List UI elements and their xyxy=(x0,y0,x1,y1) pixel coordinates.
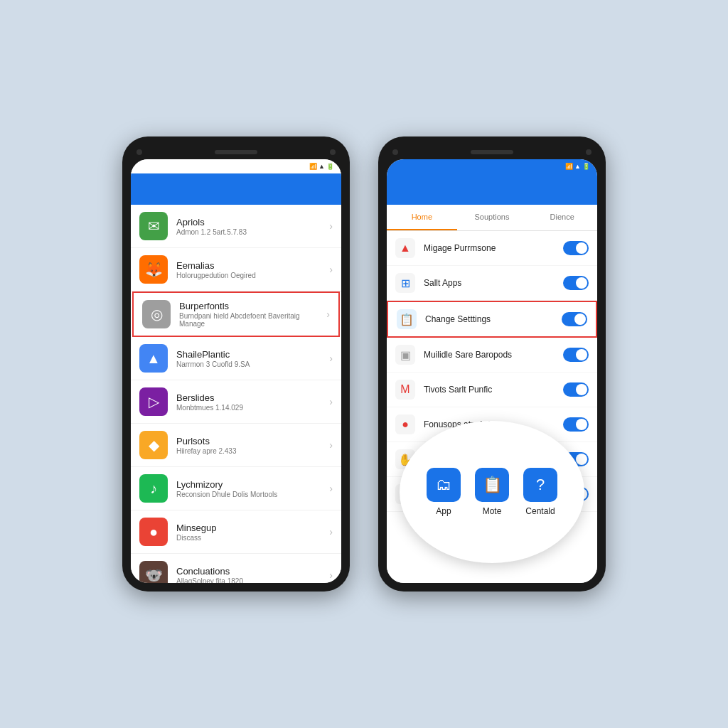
settings-item[interactable]: 📋Change Setttings xyxy=(387,301,597,338)
app-icon: ♪ xyxy=(139,474,168,503)
app-name: Apriols xyxy=(176,217,329,228)
battery-icon: 🔋 xyxy=(326,163,334,170)
list-item[interactable]: ✉ApriolsAdmon 1.2 5art.5.7.83› xyxy=(131,205,341,248)
right-app-bar xyxy=(387,173,597,205)
app-name: Concluations xyxy=(176,566,329,577)
chevron-right-icon: › xyxy=(329,569,333,581)
left-screen: 📶 ▲ 🔋 ✉ApriolsAdmon 1.2 5art.5.7.83›🦊Eem… xyxy=(131,159,341,583)
popup-btn-label: Centald xyxy=(525,506,555,516)
app-name: Minsegup xyxy=(176,523,329,533)
setting-icon: ⊞ xyxy=(395,273,415,293)
app-text: LychmizoryReconsion Dhule Dolis Mortools xyxy=(176,479,329,498)
settings-item[interactable]: ▣Muilidle Sare Baropods xyxy=(387,338,597,373)
tab-item[interactable]: Dience xyxy=(527,205,597,230)
app-text: ApriolsAdmon 1.2 5art.5.7.83 xyxy=(176,217,329,236)
app-name: ShailePlantic xyxy=(176,349,329,360)
app-text: EemaliasHolorugpedution Oegired xyxy=(176,260,329,279)
app-name: Purlsots xyxy=(176,436,329,446)
toggle-switch[interactable] xyxy=(562,312,587,326)
list-item[interactable]: ◆PurlsotsHiirefay apre 2.433› xyxy=(131,424,341,467)
app-text: BerslidesMonbtmues 1.14.029 xyxy=(176,392,329,412)
list-item[interactable]: ◎BurperfontlsBurndpani hield Abcdefoent … xyxy=(132,291,340,337)
right-signal-icon: ▲ xyxy=(574,163,581,170)
app-name: Eemalias xyxy=(176,260,329,271)
popup-btn-icon: ? xyxy=(523,468,557,502)
toggle-switch[interactable] xyxy=(563,417,589,432)
right-phone-top xyxy=(387,145,597,159)
signal-icon: ▲ xyxy=(318,163,325,170)
app-subtitle: Discass xyxy=(176,534,329,542)
popup-btn-label: App xyxy=(436,506,451,516)
app-icon: ● xyxy=(139,518,168,546)
list-item[interactable]: 🐨ConcluationsAllagSolney fita 1820› xyxy=(131,554,341,583)
app-text: ShailePlanticNarrmon 3 Cuofld 9.SA xyxy=(176,349,329,368)
settings-item[interactable]: ▲Migage Purrmsone xyxy=(387,231,597,266)
chevron-right-icon: › xyxy=(329,353,333,364)
app-subtitle: Reconsion Dhule Dolis Mortools xyxy=(176,491,329,498)
right-battery-icon: 🔋 xyxy=(582,163,590,170)
left-app-list: ✉ApriolsAdmon 1.2 5art.5.7.83›🦊EemaliasH… xyxy=(131,205,341,583)
app-text: MinsegupDiscass xyxy=(176,523,329,542)
toggle-switch[interactable] xyxy=(563,348,589,362)
list-item[interactable]: 🦊EemaliasHolorugpedution Oegired› xyxy=(131,248,341,291)
list-item[interactable]: ●MinsegupDiscass› xyxy=(131,510,341,554)
chevron-right-icon: › xyxy=(329,220,333,232)
app-text: PurlsotsHiirefay apre 2.433 xyxy=(176,436,329,455)
left-phone-top xyxy=(131,145,341,159)
toggle-switch[interactable] xyxy=(563,241,589,255)
setting-icon: ● xyxy=(395,414,415,434)
setting-label: Muilidle Sare Baropods xyxy=(424,350,563,360)
app-name: Lychmizory xyxy=(176,479,329,490)
list-item[interactable]: ▲ShailePlanticNarrmon 3 Cuofld 9.SA› xyxy=(131,337,341,380)
popup-button[interactable]: 📋Mote xyxy=(471,468,513,516)
app-subtitle: Hiirefay apre 2.433 xyxy=(176,447,329,455)
toggle-switch[interactable] xyxy=(563,382,589,397)
settings-item[interactable]: MTivots Sarlt Punfic xyxy=(387,373,597,407)
setting-icon: ▣ xyxy=(395,345,415,365)
right-status-icons: 📶 ▲ 🔋 xyxy=(565,163,592,170)
app-subtitle: AllagSolney fita 1820 xyxy=(176,577,329,584)
toggle-switch[interactable] xyxy=(563,276,589,290)
app-icon: ▲ xyxy=(139,344,168,373)
popup-button[interactable]: 🗂App xyxy=(422,468,465,516)
right-phone: 📶 ▲ 🔋 HomeSouptionsDience ▲Migage Purrms… xyxy=(378,136,606,592)
setting-label: Sallt Apps xyxy=(424,278,563,288)
left-app-bar xyxy=(131,173,341,205)
chevron-right-icon: › xyxy=(329,483,333,494)
setting-icon: M xyxy=(395,380,415,400)
tab-item[interactable]: Home xyxy=(387,205,457,230)
popup-button[interactable]: ?Centald xyxy=(519,468,562,516)
popup-btn-label: Mote xyxy=(483,506,502,516)
chevron-right-icon: › xyxy=(329,526,333,537)
app-subtitle: Burndpani hield Abcdefoent Baveritaig Ma… xyxy=(179,312,326,328)
right-wifi-icon: 📶 xyxy=(565,163,573,170)
setting-label: Change Setttings xyxy=(425,314,562,324)
right-tabs-bar: HomeSouptionsDience xyxy=(387,205,597,231)
app-subtitle: Monbtmues 1.14.029 xyxy=(176,404,329,412)
app-subtitle: Admon 1.2 5art.5.7.83 xyxy=(176,228,329,236)
setting-label: Tivots Sarlt Punfic xyxy=(424,385,563,395)
app-subtitle: Holorugpedution Oegired xyxy=(176,272,329,279)
app-name: Berslides xyxy=(176,392,329,403)
right-speaker xyxy=(471,150,513,154)
tab-item[interactable]: Souptions xyxy=(457,205,528,230)
chevron-right-icon: › xyxy=(329,439,333,451)
app-icon: 🦊 xyxy=(139,255,168,284)
app-text: ConcluationsAllagSolney fita 1820 xyxy=(176,566,329,584)
app-icon: ▷ xyxy=(139,387,168,416)
app-name: Burperfontls xyxy=(179,301,326,311)
left-status-bar: 📶 ▲ 🔋 xyxy=(131,159,341,173)
app-icon: ◎ xyxy=(142,300,171,328)
list-item[interactable]: ♪LychmizoryReconsion Dhule Dolis Mortool… xyxy=(131,467,341,510)
settings-item[interactable]: ⊞Sallt Apps xyxy=(387,266,597,301)
left-phone: 📶 ▲ 🔋 ✉ApriolsAdmon 1.2 5art.5.7.83›🦊Eem… xyxy=(122,136,350,592)
right-camera xyxy=(392,149,398,155)
list-item[interactable]: ▷BerslidesMonbtmues 1.14.029› xyxy=(131,380,341,424)
chevron-right-icon: › xyxy=(326,309,330,320)
left-speaker xyxy=(215,150,257,154)
left-camera xyxy=(136,149,142,155)
setting-icon: 📋 xyxy=(397,309,417,329)
popup-overlay: 🗂App📋Mote?Centald xyxy=(400,421,584,563)
app-icon: ◆ xyxy=(139,431,168,459)
app-icon: ✉ xyxy=(139,212,168,240)
